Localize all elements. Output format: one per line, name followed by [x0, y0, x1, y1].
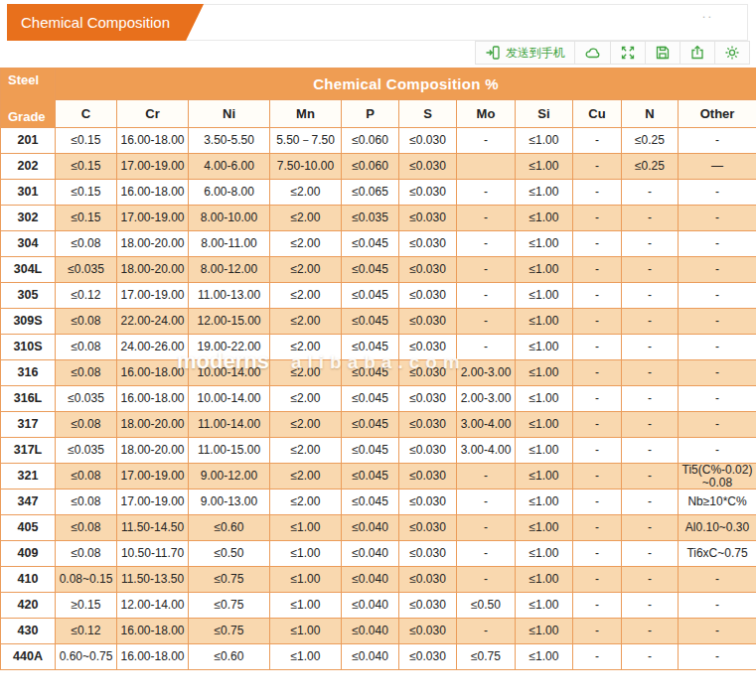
value-cell: ≤0.030 — [399, 541, 457, 567]
value-cell: - — [622, 360, 679, 386]
value-cell: 16.00-18.00 — [117, 180, 189, 206]
value-cell: ≤0.045 — [342, 438, 399, 464]
table-row: 305≤0.1217.00-19.0011.00-13.00≤2.00≤0.04… — [1, 283, 756, 309]
value-cell: - — [679, 438, 756, 464]
value-cell: ≤0.15 — [56, 180, 117, 206]
share-button[interactable] — [680, 42, 714, 64]
value-cell: ≤0.08 — [56, 360, 117, 386]
value-cell: - — [573, 360, 622, 386]
fullscreen-icon — [620, 45, 636, 61]
column-header-si: Si — [516, 100, 573, 128]
value-cell: - — [457, 206, 516, 231]
column-header-n: N — [622, 100, 679, 128]
value-cell: 16.00-18.00 — [117, 386, 189, 412]
value-cell: ≤1.00 — [516, 464, 573, 490]
value-cell: - — [573, 154, 622, 180]
value-cell: ≤0.030 — [399, 386, 457, 412]
column-header-other: Other — [679, 100, 756, 128]
value-cell — [457, 154, 516, 180]
grade-cell: 430 — [1, 619, 56, 644]
value-cell: - — [679, 619, 756, 644]
save-button[interactable] — [645, 42, 680, 64]
value-cell: ≤0.045 — [342, 283, 399, 309]
table-row: 316≤0.0816.00-18.0010.00-14.00≤2.00≤0.04… — [1, 360, 756, 386]
value-cell: ≤2.00 — [270, 180, 342, 206]
value-cell: ≤0.030 — [399, 464, 457, 490]
value-cell: ≤0.030 — [399, 309, 457, 335]
value-cell: 18.00-20.00 — [117, 438, 189, 464]
value-cell: ≤1.00 — [516, 206, 573, 231]
value-cell: ≤0.08 — [56, 309, 117, 335]
window-menu-dots[interactable]: .. — [702, 7, 713, 21]
grade-cell: 201 — [1, 128, 56, 154]
value-cell: ≤0.060 — [342, 154, 399, 180]
value-cell: ≤0.25 — [622, 128, 679, 154]
value-cell: - — [622, 593, 679, 619]
value-cell: ≤0.045 — [342, 386, 399, 412]
value-cell: ≤1.00 — [270, 515, 342, 541]
value-cell: - — [679, 386, 756, 412]
column-header-cr: Cr — [117, 100, 189, 128]
value-cell: ≤0.50 — [457, 593, 516, 619]
settings-button[interactable] — [714, 42, 749, 64]
table-row: 430≤0.1216.00-18.00≤0.75≤1.00≤0.040≤0.03… — [1, 619, 756, 644]
value-cell: ≤0.040 — [342, 619, 399, 644]
value-cell: - — [573, 335, 622, 360]
value-cell: ≤1.00 — [516, 128, 573, 154]
table-row: 202≤0.1517.00-19.004.00-6.007.50-10.00≤0… — [1, 154, 756, 180]
value-cell: ≤0.08 — [56, 541, 117, 567]
value-cell: - — [573, 619, 622, 644]
table-row: 316L≤0.03516.00-18.0010.00-14.00≤2.00≤0.… — [1, 386, 756, 412]
value-cell: ≤2.00 — [270, 231, 342, 257]
value-cell: ≤0.75 — [189, 567, 270, 593]
value-cell: ≤0.25 — [622, 154, 679, 180]
value-cell: - — [573, 541, 622, 567]
value-cell: 16.00-18.00 — [117, 360, 189, 386]
value-cell: 17.00-19.00 — [117, 154, 189, 180]
value-cell: ≤0.040 — [342, 593, 399, 619]
value-cell: 11.50-14.50 — [117, 515, 189, 541]
value-cell: ≤0.045 — [342, 309, 399, 335]
value-cell: 9.00-12.00 — [189, 464, 270, 490]
steel-grade-corner: Steel Grade — [1, 69, 56, 128]
value-cell: - — [457, 490, 516, 515]
send-to-phone-button[interactable]: 发送到手机 — [476, 42, 574, 64]
value-cell: - — [573, 283, 622, 309]
value-cell: 12.00-14.00 — [117, 593, 189, 619]
value-cell: - — [679, 644, 756, 670]
value-cell: - — [573, 257, 622, 283]
column-header-s: S — [399, 100, 457, 128]
column-header-mn: Mn — [270, 100, 342, 128]
value-cell: ≤0.045 — [342, 360, 399, 386]
tab-chemical-composition[interactable]: Chemical Composition — [7, 4, 204, 41]
corner-label-grade: Grade — [8, 109, 51, 124]
value-cell: ≤1.00 — [516, 567, 573, 593]
value-cell: ≤0.065 — [342, 180, 399, 206]
grade-cell: 440A — [1, 644, 56, 670]
value-cell: ≤2.00 — [270, 464, 342, 490]
value-cell: 24.00-26.00 — [117, 335, 189, 360]
value-cell: 10.00-14.00 — [189, 386, 270, 412]
value-cell: ≤0.12 — [56, 283, 117, 309]
value-cell: ≤0.045 — [342, 412, 399, 438]
table-row: 405≤0.0811.50-14.50≤0.60≤1.00≤0.040≤0.03… — [1, 515, 756, 541]
value-cell: ≤2.00 — [270, 283, 342, 309]
cloud-button[interactable] — [574, 42, 610, 64]
cloud-icon — [584, 45, 601, 61]
value-cell: - — [679, 309, 756, 335]
grade-cell: 405 — [1, 515, 56, 541]
value-cell: - — [573, 128, 622, 154]
value-cell: 22.00-24.00 — [117, 309, 189, 335]
value-cell: - — [622, 283, 679, 309]
value-cell: ≤0.045 — [342, 231, 399, 257]
fullscreen-button[interactable] — [610, 42, 645, 64]
value-cell: 17.00-19.00 — [117, 464, 189, 490]
value-cell: ≤0.75 — [189, 619, 270, 644]
value-cell: ≤0.045 — [342, 335, 399, 360]
value-cell: 11.50-13.50 — [117, 567, 189, 593]
value-cell: - — [622, 567, 679, 593]
value-cell: - — [622, 438, 679, 464]
value-cell: 11.00-13.00 — [189, 283, 270, 309]
value-cell: ≤0.040 — [342, 567, 399, 593]
grade-cell: 302 — [1, 206, 56, 231]
